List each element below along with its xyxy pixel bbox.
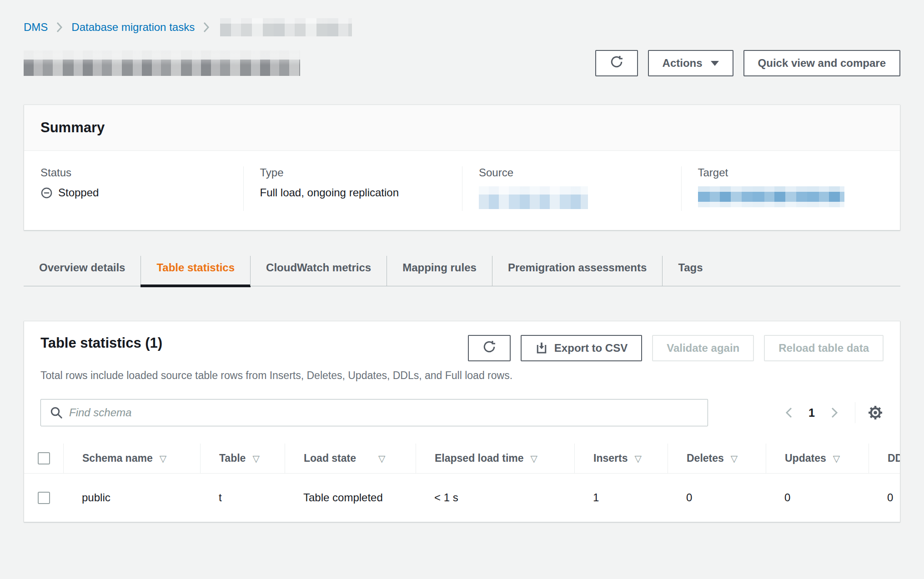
column-header-updates[interactable]: Updates ▽ [766, 444, 869, 473]
table-statistics-card: Table statistics (1) [24, 321, 900, 522]
row-select-cell [24, 474, 63, 522]
row-checkbox[interactable] [38, 492, 50, 504]
sort-icon[interactable]: ▽ [531, 453, 537, 464]
quick-view-button-label: Quick view and compare [758, 57, 886, 70]
reload-table-data-label: Reload table data [778, 342, 869, 354]
breadcrumb-chevron-icon [56, 21, 63, 33]
summary-title: Summary [40, 120, 884, 136]
pagination: 1 [782, 402, 884, 423]
current-page-number: 1 [808, 406, 815, 419]
cell-load-state: Table completed [285, 474, 416, 522]
summary-field-source: Source [462, 166, 681, 211]
source-label: Source [479, 166, 665, 179]
summary-field-status: Status Stopped [24, 166, 243, 211]
status-label: Status [40, 166, 227, 179]
table-statistics-description: Total rows include loaded source table r… [24, 361, 900, 382]
redacted-page-title [24, 50, 300, 76]
refresh-button[interactable] [595, 50, 638, 76]
export-csv-label: Export to CSV [554, 342, 628, 354]
toolbar-divider [855, 402, 855, 423]
search-icon [50, 406, 63, 421]
tab-mapping-rules[interactable]: Mapping rules [387, 256, 492, 286]
tab-premigration-assessments[interactable]: Premigration assessments [492, 256, 662, 286]
cell-table: t [200, 474, 285, 522]
table-row[interactable]: public t Table completed < 1 s 1 0 0 0 [24, 474, 900, 522]
table-actions: Export to CSV Validate again Reload tabl… [468, 335, 884, 361]
column-header-ddls[interactable]: DDLs [869, 444, 900, 473]
table-toolbar: 1 [40, 399, 884, 426]
quick-view-button[interactable]: Quick view and compare [743, 50, 900, 76]
redacted-target-link[interactable] [698, 186, 844, 207]
tab-tags[interactable]: Tags [662, 256, 718, 286]
find-schema-input[interactable] [40, 399, 708, 426]
cell-updates: 0 [766, 474, 869, 522]
redacted-source-link[interactable] [479, 186, 588, 209]
cell-elapsed-load-time: < 1 s [416, 474, 574, 522]
validate-again-label: Validate again [667, 342, 739, 354]
column-header-elapsed-load-time[interactable]: Elapsed load time ▽ [416, 444, 574, 473]
table-statistics-title: Table statistics (1) [40, 335, 162, 351]
column-header-deletes[interactable]: Deletes ▽ [668, 444, 766, 473]
status-text: Stopped [58, 186, 99, 199]
caret-down-icon [711, 61, 719, 66]
summary-fields: Status Stopped Type Full load, ongoing r… [24, 151, 900, 230]
next-page-button[interactable] [828, 404, 841, 422]
target-label: Target [698, 166, 884, 179]
validate-again-button[interactable]: Validate again [652, 335, 754, 361]
download-icon [535, 342, 548, 354]
column-header-load-state[interactable]: Load state ▽ [285, 444, 416, 473]
breadcrumb: DMS Database migration tasks [24, 18, 900, 36]
summary-card-header: Summary [24, 105, 900, 151]
sort-icon[interactable]: ▽ [160, 453, 166, 464]
settings-gear-button[interactable] [867, 404, 884, 421]
sort-icon[interactable]: ▽ [634, 453, 641, 464]
redacted-task-name [220, 18, 352, 36]
stopped-icon [40, 187, 53, 199]
column-header-table[interactable]: Table ▽ [200, 444, 285, 473]
header-actions: Actions Quick view and compare [595, 50, 900, 76]
actions-button-label: Actions [663, 57, 703, 70]
tab-table-statistics[interactable]: Table statistics [141, 256, 250, 286]
schema-search [40, 399, 708, 426]
refresh-icon [482, 340, 496, 356]
summary-field-target: Target [681, 166, 900, 211]
sort-icon[interactable]: ▽ [252, 453, 259, 464]
cell-deletes: 0 [668, 474, 766, 522]
reload-table-data-button[interactable]: Reload table data [764, 335, 884, 361]
dms-task-page: DMS Database migration tasks Actions [0, 0, 924, 579]
type-label: Type [260, 166, 446, 179]
summary-card: Summary Status Stopped Type Full load, o… [24, 105, 900, 230]
column-header-schema-name[interactable]: Schema name ▽ [63, 444, 200, 473]
header-select-all [24, 444, 63, 473]
breadcrumb-link-dms[interactable]: DMS [24, 21, 48, 34]
sort-icon[interactable]: ▽ [833, 453, 840, 464]
tab-overview-details[interactable]: Overview details [24, 256, 141, 286]
previous-page-button[interactable] [782, 404, 796, 422]
task-tabs: Overview details Table statistics CloudW… [24, 256, 900, 286]
select-all-checkbox[interactable] [38, 452, 50, 464]
tab-cloudwatch-metrics[interactable]: CloudWatch metrics [250, 256, 387, 286]
export-csv-button[interactable]: Export to CSV [521, 335, 642, 361]
breadcrumb-chevron-icon [203, 21, 210, 33]
cell-inserts: 1 [574, 474, 668, 522]
summary-field-type: Type Full load, ongoing replication [243, 166, 462, 211]
breadcrumb-link-tasks[interactable]: Database migration tasks [71, 21, 195, 34]
page-header: Actions Quick view and compare [24, 50, 900, 76]
cell-schema-name: public [63, 474, 200, 522]
sort-icon[interactable]: ▽ [731, 453, 738, 464]
table-refresh-button[interactable] [468, 335, 511, 361]
table-statistics-header: Table statistics (1) [24, 321, 900, 361]
cell-ddls: 0 [869, 474, 900, 522]
actions-button[interactable]: Actions [648, 50, 733, 76]
column-header-inserts[interactable]: Inserts ▽ [574, 444, 668, 473]
table-statistics-table: Schema name ▽ Table ▽ Load state ▽ Elaps… [24, 444, 900, 522]
status-value: Stopped [40, 186, 227, 199]
sort-icon[interactable]: ▽ [378, 453, 385, 464]
refresh-icon [610, 55, 623, 71]
table-header-row: Schema name ▽ Table ▽ Load state ▽ Elaps… [24, 444, 900, 474]
type-value: Full load, ongoing replication [260, 186, 446, 199]
